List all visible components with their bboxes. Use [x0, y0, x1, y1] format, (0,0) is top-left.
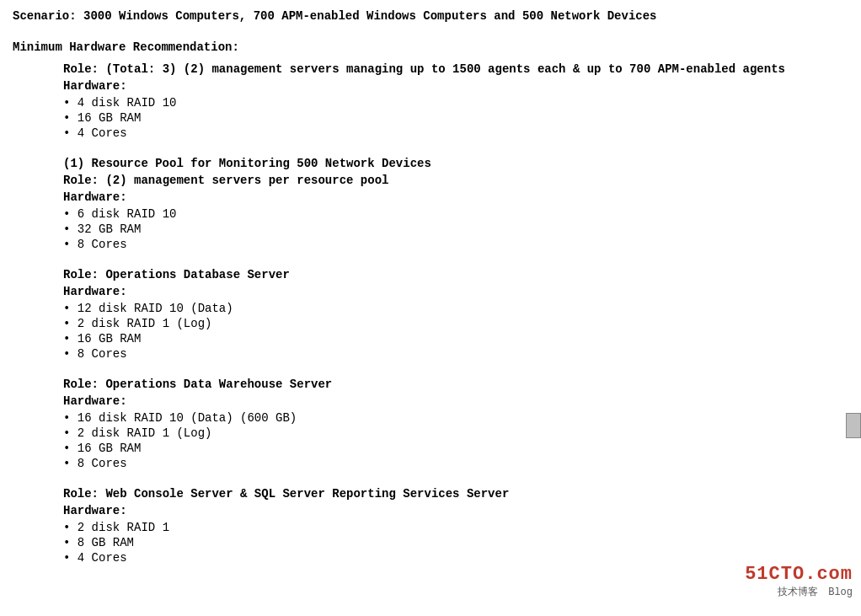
min-hw-title: Minimum Hardware Recommendation: — [13, 40, 848, 54]
bullet-item: 8 Cores — [63, 347, 848, 361]
role-line-ops-dw: Role: Operations Data Warehouse Server — [63, 378, 848, 391]
bullet-item: 12 disk RAID 10 (Data) — [63, 302, 848, 315]
bullet-item: 32 GB RAM — [63, 222, 848, 236]
watermark: 51CTO.com 技术博客 Blog — [745, 564, 853, 599]
bullet-item: 16 GB RAM — [63, 332, 848, 345]
watermark-sub: 技术博客 Blog — [745, 585, 853, 599]
bullet-list-mgmt-servers: 4 disk RAID 1016 GB RAM4 Cores — [63, 96, 848, 140]
hardware-label-web-console: Hardware: — [63, 504, 848, 517]
bullet-item: 4 disk RAID 10 — [63, 96, 848, 110]
role-line-web-console: Role: Web Console Server & SQL Server Re… — [63, 487, 848, 501]
scrollbar-indicator[interactable] — [846, 413, 861, 438]
bullet-item: 16 GB RAM — [63, 111, 848, 125]
bullet-list-resource-pool: 6 disk RAID 1032 GB RAM8 Cores — [63, 207, 848, 251]
bullet-item: 16 disk RAID 10 (Data) (600 GB) — [63, 411, 848, 425]
bullet-item: 2 disk RAID 1 (Log) — [63, 426, 848, 440]
watermark-main: 51CTO.com — [745, 564, 853, 585]
bullet-item: 4 Cores — [63, 126, 848, 140]
bullet-item: 2 disk RAID 1 — [63, 521, 848, 534]
bullet-item: 8 GB RAM — [63, 536, 848, 549]
scenario-title: Scenario: 3000 Windows Computers, 700 AP… — [13, 8, 848, 25]
bullet-item: 6 disk RAID 10 — [63, 207, 848, 221]
bullet-item: 4 Cores — [63, 551, 848, 565]
bullet-item: 2 disk RAID 1 (Log) — [63, 317, 848, 330]
hardware-label-mgmt-servers: Hardware: — [63, 79, 848, 93]
role-line-resource-pool: Role: (2) management servers per resourc… — [63, 174, 848, 187]
role-line-mgmt-servers: Role: (Total: 3) (2) management servers … — [63, 62, 848, 76]
section-mgmt-servers: Role: (Total: 3) (2) management servers … — [63, 62, 848, 140]
bullet-list-ops-db: 12 disk RAID 10 (Data)2 disk RAID 1 (Log… — [63, 302, 848, 361]
role-line-ops-db: Role: Operations Database Server — [63, 268, 848, 281]
hardware-label-resource-pool: Hardware: — [63, 190, 848, 204]
bullet-list-web-console: 2 disk RAID 18 GB RAM4 Cores — [63, 521, 848, 565]
resource-pool-header: (1) Resource Pool for Monitoring 500 Net… — [63, 157, 848, 170]
sections-container: Role: (Total: 3) (2) management servers … — [13, 62, 848, 565]
hardware-label-ops-db: Hardware: — [63, 285, 848, 298]
section-ops-db: Role: Operations Database ServerHardware… — [63, 268, 848, 361]
bullet-item: 8 Cores — [63, 457, 848, 470]
bullet-item: 8 Cores — [63, 238, 848, 251]
bullet-list-ops-dw: 16 disk RAID 10 (Data) (600 GB)2 disk RA… — [63, 411, 848, 470]
hardware-label-ops-dw: Hardware: — [63, 394, 848, 408]
section-web-console: Role: Web Console Server & SQL Server Re… — [63, 487, 848, 565]
bullet-item: 16 GB RAM — [63, 442, 848, 455]
section-ops-dw: Role: Operations Data Warehouse ServerHa… — [63, 378, 848, 470]
section-resource-pool: (1) Resource Pool for Monitoring 500 Net… — [63, 157, 848, 251]
